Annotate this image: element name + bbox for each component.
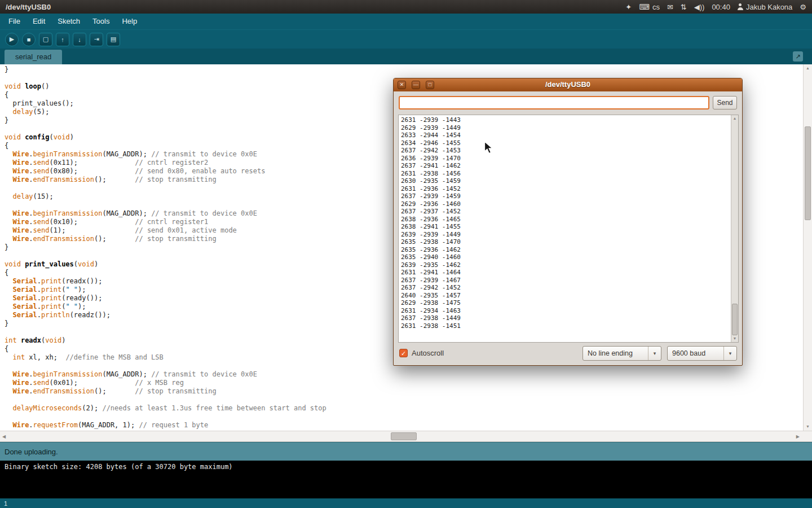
mouse-cursor bbox=[484, 141, 495, 156]
clock[interactable]: 00:40 bbox=[712, 3, 730, 11]
scroll-up-icon[interactable]: ▲ bbox=[804, 65, 812, 71]
baud-rate-select[interactable]: 9600 baud ▾ bbox=[667, 346, 737, 361]
menu-item-edit[interactable]: Edit bbox=[27, 14, 51, 29]
bluetooth-indicator-icon: ✦ bbox=[625, 3, 632, 11]
verify-button[interactable]: ▶ bbox=[5, 33, 19, 46]
editor-hscroll-thumb[interactable] bbox=[391, 432, 417, 440]
serial-monitor-window: /dev/ttyUSB0 ✕ — □ Send 2631 -2939 -1443… bbox=[393, 78, 743, 366]
maximize-button[interactable]: □ bbox=[426, 81, 434, 89]
down-arrow-icon: ↓ bbox=[78, 36, 81, 43]
serial-line: 2631 -2939 -1443 bbox=[401, 116, 729, 124]
line-number-strip: 1 bbox=[0, 498, 812, 508]
code-line: Wire.endTransmission(); // stop transmit… bbox=[5, 387, 800, 396]
open-sketch-button[interactable]: ↑ bbox=[56, 33, 69, 46]
new-sketch-button[interactable]: ▢ bbox=[39, 33, 52, 46]
editor-corner-button[interactable]: ↗ bbox=[793, 51, 803, 62]
right-arrow-icon: ⇥ bbox=[94, 36, 99, 43]
menu-item-sketch[interactable]: Sketch bbox=[51, 14, 86, 29]
chevron-down-icon[interactable]: ▾ bbox=[723, 347, 736, 360]
serial-monitor-footer: ✓ Autoscroll No line ending ▾ 9600 baud … bbox=[394, 341, 742, 365]
serial-output-scrollbar[interactable]: ▲ ▼ bbox=[731, 115, 738, 342]
session-menu[interactable]: ⚙ bbox=[800, 3, 806, 11]
serial-line: 2629 -2939 -1449 bbox=[401, 124, 729, 132]
screen: /dev/ttyUSB0 ✦⌨cs✉⇅◀))00:40Jakub Kakona⚙… bbox=[0, 0, 812, 508]
scroll-right-icon[interactable]: ▶ bbox=[796, 434, 800, 439]
tab-serial-read[interactable]: serial_read bbox=[5, 50, 62, 64]
stop-icon: ■ bbox=[27, 36, 31, 43]
autoscroll-checkbox[interactable]: ✓ bbox=[399, 349, 408, 357]
serial-send-input[interactable] bbox=[399, 96, 709, 110]
code-line: Wire.beginTransmission(MAG_ADDR); // tra… bbox=[5, 370, 800, 379]
up-arrow-icon: ↑ bbox=[61, 36, 64, 43]
volume-indicator[interactable]: ◀)) bbox=[694, 3, 705, 11]
bluetooth-indicator[interactable]: ✦ bbox=[625, 3, 632, 11]
close-button[interactable]: ✕ bbox=[398, 81, 406, 89]
tabbar: serial_read ↗ bbox=[0, 49, 812, 64]
line-ending-select[interactable]: No line ending ▾ bbox=[582, 346, 661, 361]
serial-line: 2633 -2944 -1454 bbox=[401, 132, 729, 139]
code-line: } bbox=[5, 65, 800, 74]
scroll-left-icon[interactable]: ◀ bbox=[2, 434, 6, 439]
serial-line: 2631 -2938 -1456 bbox=[401, 170, 729, 178]
menu-item-tools[interactable]: Tools bbox=[86, 14, 116, 29]
send-button[interactable]: Send bbox=[713, 96, 737, 110]
cursor-line-number: 1 bbox=[4, 500, 7, 507]
editor-horizontal-scrollbar[interactable]: ◀ ▶ bbox=[0, 431, 812, 442]
serial-line: 2631 -2936 -1452 bbox=[401, 185, 729, 193]
autoscroll-group[interactable]: ✓ Autoscroll bbox=[399, 349, 444, 357]
serial-output-area[interactable]: 2631 -2939 -14432629 -2939 -14492633 -29… bbox=[398, 115, 739, 343]
line-ending-value: No line ending bbox=[583, 349, 648, 357]
expand-icon: ↗ bbox=[795, 53, 800, 60]
upload-button[interactable]: ⇥ bbox=[90, 33, 103, 46]
scroll-up-icon[interactable]: ▲ bbox=[731, 116, 738, 121]
serial-line: 2631 -2941 -1464 bbox=[401, 269, 729, 277]
window-title: /dev/ttyUSB0 bbox=[6, 3, 51, 11]
save-sketch-button[interactable]: ↓ bbox=[73, 33, 86, 46]
mail-indicator[interactable]: ✉ bbox=[667, 3, 673, 11]
mail-indicator-icon: ✉ bbox=[667, 3, 673, 11]
new-file-icon: ▢ bbox=[43, 36, 48, 43]
code-line bbox=[5, 396, 800, 404]
user-menu[interactable]: Jakub Kakona bbox=[738, 3, 792, 11]
keyboard-indicator[interactable]: ⌨cs bbox=[639, 3, 660, 11]
baud-rate-value: 9600 baud bbox=[668, 349, 723, 357]
serial-line: 2637 -2941 -1462 bbox=[401, 162, 729, 170]
serial-line: 2638 -2941 -1455 bbox=[401, 223, 729, 231]
serial-monitor-title: /dev/ttyUSB0 bbox=[394, 80, 742, 89]
clock-text: 00:40 bbox=[712, 3, 730, 11]
play-icon: ▶ bbox=[10, 36, 14, 43]
code-line bbox=[5, 413, 800, 421]
serial-monitor-titlebar[interactable]: /dev/ttyUSB0 ✕ — □ bbox=[394, 78, 742, 91]
serial-line: 2637 -2942 -1453 bbox=[401, 147, 729, 155]
serial-line: 2634 -2946 -1455 bbox=[401, 139, 729, 147]
serial-line: 2630 -2935 -1459 bbox=[401, 177, 729, 185]
serial-scroll-thumb[interactable] bbox=[732, 304, 738, 335]
keyboard-indicator-icon: ⌨ bbox=[639, 3, 650, 11]
window-controls: ✕ — □ bbox=[398, 81, 434, 89]
check-icon: ✓ bbox=[401, 350, 406, 357]
serial-line: 2637 -2937 -1452 bbox=[401, 208, 729, 216]
minimize-icon: — bbox=[413, 82, 418, 87]
scroll-down-icon[interactable]: ▼ bbox=[731, 336, 738, 341]
network-indicator[interactable]: ⇅ bbox=[681, 3, 687, 11]
serial-monitor-button[interactable]: ▤ bbox=[107, 33, 120, 46]
minimize-button[interactable]: — bbox=[412, 81, 420, 89]
close-icon: ✕ bbox=[400, 82, 404, 87]
chevron-down-icon[interactable]: ▾ bbox=[648, 347, 661, 360]
keyboard-indicator-text: cs bbox=[652, 3, 660, 11]
serial-line: 2639 -2935 -1462 bbox=[401, 261, 729, 269]
serial-line: 2635 -2936 -1462 bbox=[401, 246, 729, 254]
menu-item-help[interactable]: Help bbox=[116, 14, 143, 29]
editor-vscroll-thumb[interactable] bbox=[805, 126, 811, 220]
serial-line: 2637 -2942 -1452 bbox=[401, 284, 729, 292]
serial-line: 2639 -2939 -1449 bbox=[401, 231, 729, 239]
serial-line: 2637 -2939 -1467 bbox=[401, 277, 729, 284]
console-line: Binary sketch size: 4208 bytes (of a 307… bbox=[5, 463, 233, 471]
stop-button[interactable]: ■ bbox=[22, 33, 36, 46]
menu-item-file[interactable]: File bbox=[2, 14, 27, 29]
scroll-down-icon[interactable]: ▼ bbox=[804, 424, 812, 430]
editor-vertical-scrollbar[interactable]: ▲ ▼ bbox=[803, 64, 812, 431]
volume-indicator-icon: ◀)) bbox=[694, 3, 705, 11]
serial-line: 2629 -2936 -1460 bbox=[401, 200, 729, 208]
network-indicator-icon: ⇅ bbox=[681, 3, 687, 11]
